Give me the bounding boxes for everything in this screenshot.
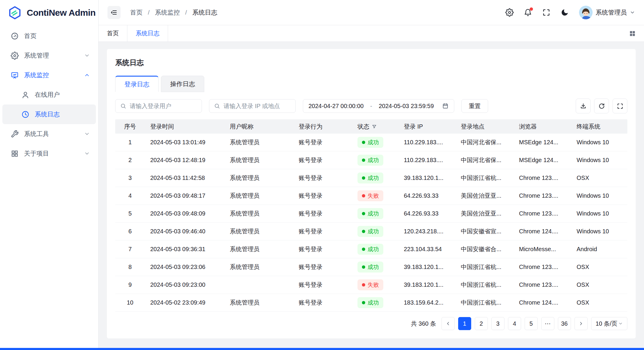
sidebar-item-system-tools[interactable]: 系统工具 [2,124,96,144]
cell-login-ip: 110.229.183.... [398,157,455,164]
chevron-right-icon [578,321,584,326]
sidebar-item-system-monitor[interactable]: 系统监控 [2,65,96,85]
user-menu[interactable]: 系统管理员 [579,6,635,19]
cell-login-ip: 110.229.183.... [398,139,455,146]
cell-login-time: 2024-05-02 23:09:49 [145,299,224,306]
cell-no: 1 [115,139,145,146]
user-icon [21,91,29,99]
cell-nickname: 系统管理员 [224,299,293,307]
download-button[interactable] [576,99,591,113]
chevron-down-icon [618,321,623,326]
col-header-browser: 浏览器 [514,123,571,131]
cell-login-time: 2024-05-03 09:23:00 [145,281,224,288]
page-title: 系统日志 [115,58,627,67]
chevron-left-icon [445,321,451,326]
sidebar-item-about-project[interactable]: 关于项目 [2,144,96,163]
cell-behavior: 账号登录 [293,174,352,182]
date-end: 2024-05-03 23:59:59 [379,103,434,110]
login-ip-input[interactable] [224,103,291,110]
cell-location: 中国安徽省合... [455,245,514,253]
col-header-ip: 登录 IP [398,123,455,131]
status-label: 失败 [368,281,379,289]
app-logo[interactable]: ContiNew Admin [0,0,98,25]
next-page-button[interactable] [575,317,588,330]
avatar [579,6,593,19]
cell-status: 成功 [352,297,398,308]
cell-no: 4 [115,192,145,199]
page-size-select[interactable]: 10 条/页 [591,317,627,330]
header-actions: 系统管理员 [505,6,635,19]
system-log-card: 系统日志 登录日志 操作日志 2024-04-27 00:00: [107,49,636,338]
cell-location: 中国安徽省宣... [455,227,514,235]
download-icon [580,103,587,110]
table-body: 1 2024-05-03 13:01:49 系统管理员 账号登录 成功 110.… [115,134,627,312]
dark-mode-button[interactable] [561,8,569,17]
cell-location: 中国浙江省杭... [455,299,514,307]
notifications-button[interactable] [524,8,532,17]
page-ellipsis-button[interactable]: ⋯ [541,317,554,330]
fullscreen-button[interactable] [542,8,550,17]
breadcrumb-home[interactable]: 首页 [130,8,143,17]
sidebar: ContiNew Admin 首页 系统管理 系统监控 [0,0,99,350]
content-area: 系统日志 登录日志 操作日志 2024-04-27 00:00: [99,42,644,350]
status-dot-icon [362,301,365,304]
tab-operation-log[interactable]: 操作日志 [161,76,204,92]
cell-behavior: 账号登录 [293,210,352,218]
breadcrumb-system-monitor[interactable]: 系统监控 [155,8,180,17]
page-button[interactable]: 5 [525,317,538,330]
cell-no: 7 [115,246,145,253]
cell-no: 6 [115,228,145,235]
tab-list-icon[interactable] [629,30,636,37]
reset-button[interactable]: 重置 [461,99,488,113]
cell-os: OSX [571,299,627,306]
table-row: 5 2024-05-03 09:48:09 系统管理员 账号登录 成功 64.2… [115,205,627,223]
table-row: 8 2024-05-03 09:23:06 系统管理员 账号登录 成功 39.1… [115,258,627,276]
refresh-button[interactable] [594,99,609,113]
date-separator: - [370,103,372,110]
sidebar-item-home[interactable]: 首页 [2,26,96,46]
sidebar-item-system-log[interactable]: 系统日志 [2,104,96,124]
prev-page-button[interactable] [442,317,455,330]
cell-behavior: 账号登录 [293,281,352,289]
cell-no: 2 [115,157,145,164]
status-badge: 成功 [357,155,383,166]
sidebar-collapse-button[interactable] [107,6,121,19]
cell-browser: Chrome 123.... [514,281,571,288]
cell-no: 8 [115,264,145,270]
sidebar-item-label: 系统工具 [24,130,79,138]
cell-no: 9 [115,281,145,288]
date-range-picker[interactable]: 2024-04-27 00:00:00 - 2024-05-03 23:59:5… [303,99,454,113]
cell-os: OSX [571,281,627,288]
cell-os: OSX [571,264,627,270]
tab-system-log[interactable]: 系统日志 [127,25,168,42]
page-button[interactable]: 2 [475,317,488,330]
tab-home[interactable]: 首页 [99,25,127,42]
sidebar-item-system-management[interactable]: 系统管理 [2,46,96,65]
status-dot-icon [362,141,365,144]
tab-login-log[interactable]: 登录日志 [115,76,159,92]
cell-browser: Chrome 123.... [514,210,571,217]
breadcrumb-separator: / [148,9,150,16]
cell-status: 成功 [352,244,398,255]
cell-login-time: 2024-05-03 09:36:31 [145,246,224,253]
page-button[interactable]: 1 [458,317,471,330]
login-user-input[interactable] [130,103,197,110]
page-button[interactable]: 36 [558,317,571,330]
settings-button[interactable] [505,8,514,17]
cell-os: Windows 10 [571,228,627,235]
page-button[interactable]: 4 [508,317,521,330]
cell-status: 失败 [352,190,398,201]
filter-icon[interactable] [372,124,377,129]
cell-browser: Chrome 123.... [514,264,571,270]
user-name: 系统管理员 [596,8,627,17]
cell-location: 美国佐治亚亚... [455,192,514,200]
cell-os: Windows 10 [571,157,627,164]
cell-no: 10 [115,299,145,306]
status-dot-icon [362,176,365,180]
sidebar-item-online-users[interactable]: 在线用户 [2,85,96,104]
page-button[interactable]: 3 [491,317,504,330]
table-fullscreen-button[interactable] [613,99,627,113]
cell-login-ip: 64.226.93.33 [398,210,455,217]
breadcrumb: 首页 / 系统监控 / 系统日志 [130,8,217,17]
sidebar-item-label: 在线用户 [35,91,90,99]
